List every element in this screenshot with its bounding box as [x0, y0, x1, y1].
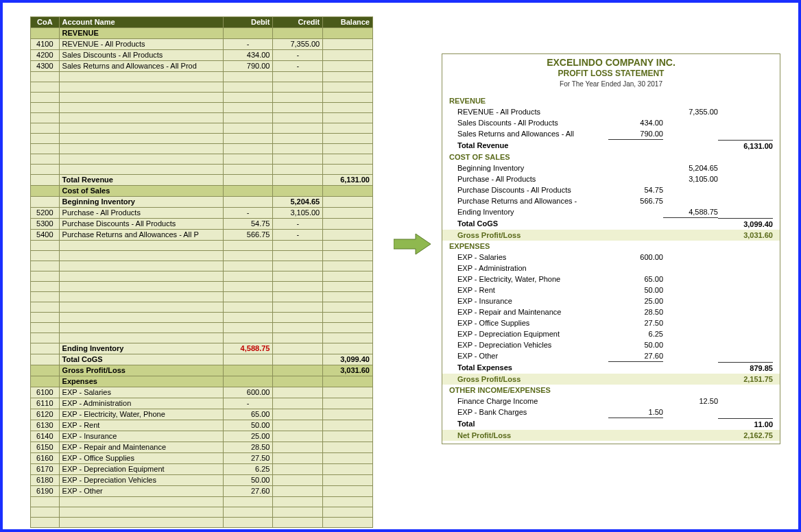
cell[interactable]	[31, 82, 60, 93]
cell-credit[interactable]: -	[273, 230, 323, 241]
cell[interactable]	[273, 241, 323, 251]
cell[interactable]	[273, 154, 323, 165]
cell[interactable]	[59, 333, 223, 343]
table-row[interactable]: 5200Purchase - All Products-3,105.00	[31, 208, 373, 219]
section-revenue[interactable]: REVENUE	[59, 28, 223, 39]
cell[interactable]	[323, 398, 373, 409]
cell[interactable]	[273, 251, 323, 261]
cell[interactable]	[323, 123, 373, 134]
table-row[interactable]: 6140EXP - Insurance25.00	[31, 431, 373, 442]
table-row[interactable]	[31, 261, 373, 271]
table-row[interactable]: Gross Profit/Loss3,031.60	[31, 365, 373, 376]
cell[interactable]	[59, 123, 223, 134]
cell[interactable]	[31, 313, 60, 323]
cell[interactable]	[31, 165, 60, 175]
table-row[interactable]: 4200Sales Discounts - All Products434.00…	[31, 50, 373, 61]
cell[interactable]	[273, 409, 323, 420]
cell-name[interactable]: EXP - Depreciation Equipment	[59, 464, 223, 475]
cell-debit[interactable]: 54.75	[223, 219, 273, 230]
cell[interactable]	[273, 431, 323, 442]
cell[interactable]: 5,204.65	[273, 197, 323, 208]
cell-coa[interactable]: 6140	[31, 431, 60, 442]
cell[interactable]	[31, 186, 60, 197]
cell[interactable]	[273, 302, 323, 313]
cell[interactable]	[59, 113, 223, 123]
table-row[interactable]	[31, 72, 373, 82]
cell-coa[interactable]: 6160	[31, 453, 60, 464]
cell[interactable]	[323, 28, 373, 39]
cell[interactable]	[323, 251, 373, 261]
table-row[interactable]: Total CoGS3,099.40	[31, 354, 373, 365]
cell[interactable]	[323, 39, 373, 50]
cell[interactable]	[223, 333, 273, 343]
cell-debit[interactable]: 65.00	[223, 409, 273, 420]
cell-name[interactable]: Purchase Discounts - All Products	[59, 219, 223, 230]
cell[interactable]	[323, 103, 373, 113]
cell[interactable]	[273, 82, 323, 93]
table-row[interactable]	[31, 323, 373, 333]
cell[interactable]	[273, 103, 323, 113]
cell[interactable]	[223, 197, 273, 208]
cell-coa[interactable]: 5300	[31, 219, 60, 230]
cell[interactable]	[273, 261, 323, 271]
cell[interactable]	[323, 323, 373, 333]
cell[interactable]	[323, 420, 373, 431]
cell[interactable]	[59, 292, 223, 302]
cell[interactable]	[31, 518, 60, 528]
cell[interactable]	[323, 154, 373, 165]
cell[interactable]: 6,131.00	[323, 175, 373, 186]
table-row[interactable]: 6170EXP - Depreciation Equipment6.25	[31, 464, 373, 475]
table-row[interactable]: Cost of Sales	[31, 186, 373, 197]
cell[interactable]	[323, 282, 373, 292]
cell-name[interactable]: EXP - Rent	[59, 420, 223, 431]
cell-credit[interactable]: 7,355.00	[273, 39, 323, 50]
cell[interactable]	[273, 93, 323, 103]
cell-name[interactable]: EXP - Administration	[59, 398, 223, 409]
cell[interactable]	[323, 219, 373, 230]
table-row[interactable]: 6180EXP - Depreciation Vehicles50.00	[31, 475, 373, 486]
cell[interactable]	[31, 134, 60, 144]
table-row[interactable]: 6130EXP - Rent50.00	[31, 420, 373, 431]
cell[interactable]	[223, 186, 273, 197]
cell-coa[interactable]: 5400	[31, 230, 60, 241]
cell[interactable]	[323, 113, 373, 123]
cell-coa[interactable]: 6100	[31, 387, 60, 398]
cell[interactable]	[273, 186, 323, 197]
table-row[interactable]	[31, 241, 373, 251]
cell[interactable]	[323, 333, 373, 343]
cell[interactable]	[59, 134, 223, 144]
cell[interactable]	[273, 354, 323, 365]
table-row[interactable]	[31, 313, 373, 323]
cell[interactable]	[223, 144, 273, 154]
cell-coa[interactable]: 4200	[31, 50, 60, 61]
cell-name[interactable]: Sales Discounts - All Products	[59, 50, 223, 61]
cell[interactable]	[273, 343, 323, 354]
cell[interactable]	[223, 154, 273, 165]
cell[interactable]	[273, 28, 323, 39]
cell[interactable]	[323, 165, 373, 175]
cell[interactable]	[31, 154, 60, 165]
cell-coa[interactable]: 6150	[31, 442, 60, 453]
cell[interactable]	[59, 144, 223, 154]
table-row[interactable]	[31, 333, 373, 343]
cell[interactable]	[323, 497, 373, 507]
cell-coa[interactable]: 4300	[31, 61, 60, 72]
table-row[interactable]: Ending Inventory4,588.75	[31, 343, 373, 354]
table-row[interactable]: 4100REVENUE - All Products-7,355.00	[31, 39, 373, 50]
table-row[interactable]	[31, 123, 373, 134]
cell[interactable]	[273, 144, 323, 154]
cell[interactable]	[31, 28, 60, 39]
cell[interactable]	[31, 72, 60, 82]
table-row[interactable]: Total Revenue6,131.00	[31, 175, 373, 186]
cell[interactable]	[59, 154, 223, 165]
cell[interactable]	[273, 271, 323, 282]
cell[interactable]	[273, 398, 323, 409]
cell[interactable]	[323, 186, 373, 197]
cell[interactable]	[273, 323, 323, 333]
section-expenses[interactable]: Expenses	[59, 376, 223, 387]
cell[interactable]	[273, 313, 323, 323]
cell[interactable]	[273, 497, 323, 507]
cell-name[interactable]: EXP - Office Supplies	[59, 453, 223, 464]
cell[interactable]	[223, 123, 273, 134]
cell[interactable]	[273, 475, 323, 486]
